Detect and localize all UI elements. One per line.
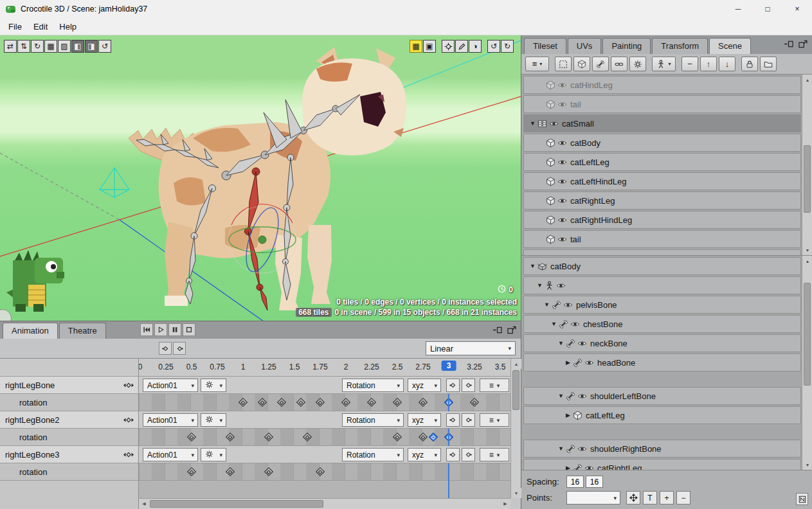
axes-select[interactable]: xyz▾ (408, 413, 441, 427)
ruler-tick[interactable]: 3.5 (495, 362, 506, 371)
tree-item-catSmall[interactable]: ▼catSmall (523, 114, 801, 132)
keyframe[interactable] (226, 433, 235, 442)
spacing-x-input[interactable] (566, 476, 584, 488)
tree-item-catRightHindLeg[interactable]: catRightHindLeg (523, 211, 801, 229)
eye-icon[interactable] (557, 138, 567, 148)
ruler-tick[interactable]: 3.25 (467, 362, 482, 371)
undo-icon[interactable]: ↺ (487, 40, 500, 53)
menu-edit[interactable]: Edit (28, 19, 53, 34)
tree-item-shoulderRightBone[interactable]: ▼shoulderRightBone (523, 440, 801, 458)
keyframe[interactable] (264, 433, 273, 442)
tree-item-neckBone[interactable]: ▼neckBone (523, 334, 801, 352)
keyframe[interactable] (187, 433, 196, 442)
popout-panel-icon[interactable] (505, 324, 518, 335)
remove-point-button[interactable]: − (676, 491, 690, 505)
keyframe[interactable] (429, 433, 438, 442)
move-points-button[interactable] (626, 491, 640, 505)
axis-widget-icon[interactable] (442, 40, 455, 53)
next-keyframe-icon[interactable] (173, 342, 186, 355)
eye-icon[interactable] (577, 444, 587, 454)
tree-item-catRightLeg[interactable]: catRightLeg (523, 192, 801, 210)
pause-button[interactable] (168, 323, 181, 336)
tree-item-catBody[interactable]: catBody (523, 134, 801, 152)
tab-theatre[interactable]: Theatre (59, 323, 106, 339)
bone-button[interactable] (592, 57, 609, 71)
viewport-3d-scene[interactable] (0, 35, 521, 321)
ruler-tick[interactable]: 2.5 (392, 362, 403, 371)
draw-mode-icon[interactable] (455, 40, 468, 53)
menu-help[interactable]: Help (53, 19, 82, 34)
tab-uvs[interactable]: UVs (568, 38, 602, 54)
bone-tree-scrollbar[interactable]: ▲ ▼ (802, 256, 812, 470)
ruler-tick[interactable]: 0 (139, 362, 142, 371)
collapse-arrow-icon[interactable]: ▶ (563, 359, 573, 366)
armature-menu-button[interactable]: ▾ (652, 57, 676, 71)
keyframe[interactable] (341, 398, 350, 407)
cat-model[interactable] (129, 47, 406, 310)
tree-item-catHindLeg[interactable]: catHindLeg (523, 76, 801, 94)
keyframe[interactable] (419, 433, 428, 442)
ruler-tick[interactable]: 0.25 (158, 362, 173, 371)
prev-keyframe-icon[interactable] (159, 342, 172, 355)
action-settings-select[interactable]: ▾ (201, 448, 226, 461)
maximize-button[interactable]: □ (753, 0, 782, 18)
keyframe-track-rightLegBone[interactable] (139, 394, 510, 411)
eye-icon[interactable] (584, 463, 594, 471)
shading-icon[interactable]: ◑ (469, 40, 482, 53)
prev-keyframe-icon[interactable] (446, 379, 460, 392)
move-down-button[interactable]: ↓ (719, 57, 735, 71)
eye-icon[interactable] (557, 235, 567, 244)
points-select[interactable]: ▾ (566, 491, 620, 505)
track-label-rightLegBone3[interactable]: rightLegBone3 (0, 446, 138, 463)
eye-icon[interactable] (557, 157, 567, 167)
tree-item-tail[interactable]: tail (523, 95, 801, 113)
spacing-y-input[interactable] (586, 476, 603, 488)
ruler-tick[interactable]: 2.75 (415, 362, 430, 371)
ruler-tick[interactable]: 0.75 (210, 362, 224, 371)
mirror-right-icon[interactable]: ◨ (85, 40, 98, 53)
keyframe[interactable] (393, 433, 402, 442)
property-select[interactable]: Rotation▾ (342, 379, 404, 392)
flip-horizontal-icon[interactable]: ⇄ (4, 40, 17, 53)
prev-keyframe-icon[interactable] (446, 413, 460, 427)
expand-arrow-icon[interactable]: ▼ (528, 263, 537, 269)
keyframe-jump-icon[interactable] (123, 451, 134, 458)
tree-item-chestBone[interactable]: ▼chestBone (523, 315, 801, 333)
tree-item-catRightLeg[interactable]: ▶catRightLeg (523, 459, 801, 470)
popout-panel-icon[interactable] (797, 38, 809, 49)
scroll-up-icon[interactable]: ▲ (511, 359, 521, 369)
track-label-rightLegBone[interactable]: rightLegBone (0, 377, 138, 394)
expand-arrow-icon[interactable]: ▼ (556, 340, 566, 346)
close-button[interactable]: × (782, 0, 812, 18)
keyframe-jump-icon[interactable] (123, 416, 134, 424)
tree-item-headBone[interactable]: ▶headBone (523, 353, 801, 371)
tree-item-Object 6620[interactable]: ▶Object 6620 (523, 249, 801, 256)
next-keyframe-icon[interactable] (462, 413, 475, 427)
collapse-arrow-icon[interactable]: ▶ (563, 465, 573, 470)
rotate-ccw-icon[interactable]: ↺ (98, 40, 111, 53)
scene-tree-scrollbar[interactable]: ▲ ▼ (802, 75, 812, 255)
keyframe[interactable] (303, 433, 312, 442)
flip-vertical-icon[interactable]: ⇅ (17, 40, 30, 53)
eye-icon[interactable] (557, 196, 567, 206)
eye-icon[interactable] (557, 100, 567, 109)
eye-icon[interactable] (563, 300, 573, 310)
expand-arrow-icon[interactable]: ▼ (556, 445, 566, 452)
mesh-button[interactable] (573, 57, 590, 71)
ruler-tick[interactable]: 1 (241, 362, 246, 371)
lock-button[interactable] (741, 57, 758, 71)
tree-item-shoulderLeftBone[interactable]: ▼shoulderLeftBone (523, 387, 801, 405)
rotate-tile-icon[interactable]: ↻ (31, 40, 44, 53)
expand-arrow-icon[interactable]: ▼ (542, 301, 552, 308)
tree-item-tail[interactable]: tail (523, 230, 801, 248)
tab-scene[interactable]: Scene (709, 38, 751, 54)
ruler-tick[interactable]: 2 (344, 362, 348, 371)
undock-panel-icon[interactable] (782, 38, 795, 49)
scroll-down-icon[interactable]: ▼ (802, 460, 812, 470)
channel-label-rotation[interactable]: rotation (0, 463, 138, 481)
text-tool-button[interactable]: T (643, 491, 657, 505)
add-point-button[interactable]: + (660, 491, 674, 505)
keyframe[interactable] (239, 398, 248, 407)
keyframe[interactable] (187, 467, 196, 476)
next-keyframe-icon[interactable] (462, 379, 475, 392)
